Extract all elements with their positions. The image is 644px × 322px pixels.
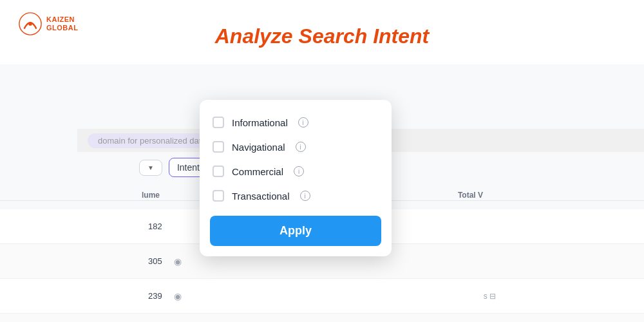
transactional-label: Transactional [232,191,290,202]
info-icon: i [298,117,308,128]
info-icon: i [300,191,310,201]
eye-icon: ◉ [174,256,182,267]
navigational-checkbox[interactable] [213,141,224,153]
info-icon: i [294,166,304,176]
informational-checkbox[interactable] [213,117,224,128]
option-navigational[interactable]: Navigational i [200,135,392,159]
row-actions: s ⊟ [484,292,496,301]
table-row: 239 ◉ s ⊟ [0,279,644,314]
apply-button[interactable]: Apply [210,216,381,246]
chevron-down-icon: ▼ [147,164,154,171]
eye-icon: ◉ [174,291,182,301]
intent-filter-label: Intent [177,162,200,173]
row-number: 182 [148,222,162,231]
commercial-checkbox[interactable] [213,166,224,177]
row-number: 239 [148,291,162,301]
row-number: 305 [148,256,162,266]
domain-bar-text: domain for personalized data [88,133,216,148]
option-transactional[interactable]: Transactional i [200,184,392,208]
info-icon: i [296,142,306,152]
transactional-checkbox[interactable] [213,190,224,202]
informational-label: Informational [232,117,288,128]
commercial-label: Commercial [232,166,283,177]
option-informational[interactable]: Informational i [200,110,392,135]
page-title: Analyze Search Intent [0,24,644,48]
table-row: 214 ai writing ⊟ [0,314,644,322]
first-filter-dropdown[interactable]: ▼ [139,160,162,176]
column-total: Total V [458,191,483,200]
navigational-label: Navigational [232,142,285,153]
intent-dropdown-popup: Informational i Navigational i Commercia… [200,100,392,256]
option-commercial[interactable]: Commercial i [200,159,392,184]
column-volume: lume [142,191,160,200]
